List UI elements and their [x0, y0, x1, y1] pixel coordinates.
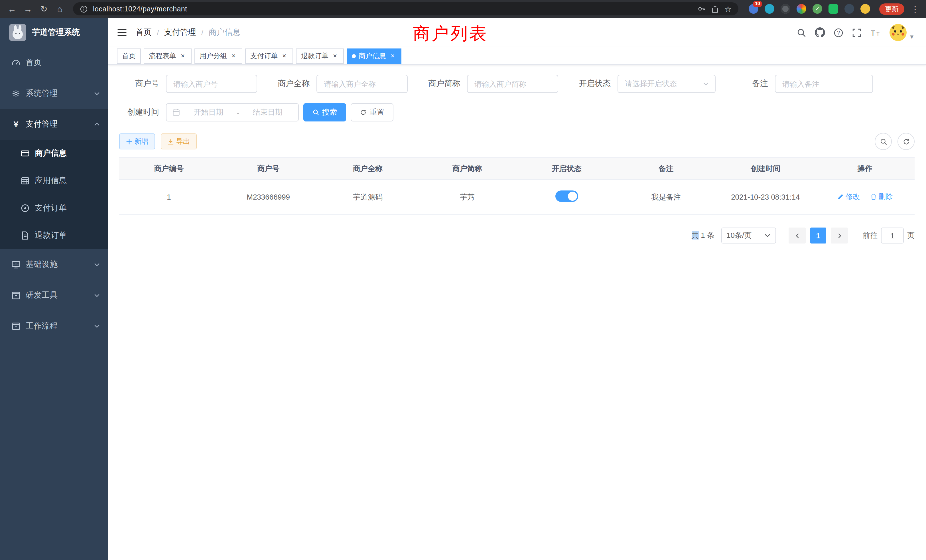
merchant-table: 商户编号 商户号 商户全称 商户简称 开启状态 备注 创建时间 操作 1	[119, 157, 915, 215]
tab-merchant-info[interactable]: 商户信息 ×	[346, 48, 401, 64]
next-page-button[interactable]	[831, 227, 848, 244]
start-date-placeholder: 开始日期	[184, 107, 233, 118]
help-icon[interactable]: ?	[834, 28, 843, 37]
close-icon[interactable]: ×	[331, 52, 339, 60]
filter-label: 商户简称	[420, 79, 467, 89]
sidebar-item-merchant-info[interactable]: 商户信息	[0, 140, 108, 167]
status-toggle[interactable]	[555, 191, 578, 202]
tab-home[interactable]: 首页	[117, 48, 141, 64]
screen: ← → ↻ ⌂ localhost:1024/pay/merchant ☆ 10	[0, 0, 926, 560]
close-icon[interactable]: ×	[280, 52, 288, 60]
sidebar-item-system[interactable]: 系统管理	[0, 78, 108, 109]
sidebar-item-payment-orders[interactable]: 支付订单	[0, 194, 108, 222]
tab-process-form[interactable]: 流程表单 ×	[144, 48, 192, 64]
tab-label: 退款订单	[301, 51, 328, 61]
edit-link[interactable]: 修改	[837, 192, 860, 202]
site-info-icon[interactable]	[80, 5, 88, 13]
extension-icon[interactable]	[781, 4, 790, 14]
address-bar[interactable]: localhost:1024/pay/merchant ☆	[73, 2, 738, 15]
extension-icon[interactable]	[829, 4, 838, 14]
credit-card-icon	[21, 149, 30, 158]
chevron-down-icon	[764, 232, 771, 239]
sidebar-item-label: 应用信息	[35, 176, 67, 186]
search-button[interactable]: 搜索	[303, 103, 346, 121]
pagination: 共 1 条 10条/页 1 前往	[119, 227, 915, 260]
user-menu[interactable]: ▼	[890, 24, 915, 41]
date-range-picker[interactable]: 开始日期 - 结束日期	[166, 103, 299, 121]
payment-submenu: 商户信息 应用信息 支付订单	[0, 140, 108, 249]
filter-label: 创建时间	[119, 107, 166, 118]
breadcrumb-separator: /	[201, 28, 204, 37]
chevron-down-icon	[94, 261, 100, 268]
refresh-table-button[interactable]	[897, 133, 915, 150]
page-number-button[interactable]: 1	[810, 227, 826, 244]
search-icon[interactable]	[797, 28, 806, 37]
sidebar-item-label: 首页	[26, 58, 42, 68]
page-size-select[interactable]: 10条/页	[721, 227, 776, 244]
extension-icon[interactable]	[797, 4, 806, 14]
browser-menu-icon[interactable]: ⋮	[909, 4, 921, 14]
short-name-input[interactable]	[467, 75, 558, 93]
sidebar-item-refund-orders[interactable]: 退款订单	[0, 222, 108, 249]
font-size-icon[interactable]: TT	[870, 28, 881, 37]
col-full-name: 商户全称	[318, 158, 418, 179]
remark-input[interactable]	[775, 75, 873, 93]
logo[interactable]: 芋道管理系统	[0, 18, 108, 47]
export-button[interactable]: 导出	[161, 133, 197, 150]
tab-user-group[interactable]: 用户分组 ×	[194, 48, 242, 64]
extension-icon[interactable]: 10	[749, 4, 758, 14]
reload-icon[interactable]: ↻	[36, 2, 51, 16]
toggle-search-button[interactable]	[875, 133, 892, 150]
filter-short-name: 商户简称	[420, 75, 558, 93]
github-icon[interactable]	[815, 27, 825, 38]
browser-update-button[interactable]: 更新	[879, 3, 904, 15]
sidebar-item-workflow[interactable]: 工作流程	[0, 311, 108, 342]
bookmark-star-icon[interactable]: ☆	[725, 4, 732, 14]
sidebar-item-infrastructure[interactable]: 基础设施	[0, 249, 108, 280]
sidebar-fold-icon[interactable]	[117, 28, 127, 37]
sidebar-item-home[interactable]: 首页	[0, 47, 108, 78]
delete-link[interactable]: 删除	[870, 192, 893, 202]
breadcrumb-payment[interactable]: 支付管理	[164, 27, 196, 38]
document-icon	[21, 231, 30, 240]
chevron-down-icon	[702, 80, 709, 87]
sidebar-item-label: 支付管理	[26, 119, 57, 129]
back-icon[interactable]: ←	[5, 2, 20, 16]
extension-icon[interactable]	[813, 4, 822, 14]
close-icon[interactable]: ×	[230, 52, 237, 60]
status-select[interactable]: 请选择开启状态	[617, 75, 716, 93]
sidebar-item-dev-tools[interactable]: 研发工具	[0, 280, 108, 311]
fullscreen-icon[interactable]	[852, 28, 862, 37]
forward-icon[interactable]: →	[21, 2, 35, 16]
extension-icon[interactable]	[765, 4, 774, 14]
prev-page-button[interactable]	[788, 227, 806, 244]
logo-avatar	[9, 24, 26, 41]
close-icon[interactable]: ×	[389, 52, 396, 60]
total-count: 共 1 条	[691, 230, 714, 241]
chevron-down-icon	[94, 323, 100, 330]
tab-refund-orders[interactable]: 退款订单 ×	[296, 48, 344, 64]
breadcrumb-current: 商户信息	[209, 27, 241, 38]
password-key-icon[interactable]	[698, 5, 706, 13]
extension-icon[interactable]	[861, 4, 870, 14]
add-button[interactable]: 新增	[119, 133, 155, 150]
page-size-value: 10条/页	[726, 230, 752, 241]
reset-button[interactable]: 重置	[351, 103, 393, 121]
extension-icon[interactable]	[844, 4, 854, 14]
col-remark: 备注	[616, 158, 716, 179]
full-name-input[interactable]	[316, 75, 408, 93]
tab-label: 首页	[122, 51, 136, 61]
home-icon[interactable]: ⌂	[53, 2, 67, 16]
share-icon[interactable]	[711, 5, 719, 13]
sidebar-item-app-info[interactable]: 应用信息	[0, 167, 108, 194]
page-content: 商户号 商户全称 商户简称 开启状态 请选择开启状态	[108, 65, 926, 560]
breadcrumb-home[interactable]: 首页	[136, 27, 152, 38]
tab-payment-orders[interactable]: 支付订单 ×	[245, 48, 293, 64]
sidebar-item-payment[interactable]: ¥ 支付管理	[0, 109, 108, 140]
merchant-no-input[interactable]	[166, 75, 257, 93]
close-icon[interactable]: ×	[179, 52, 186, 60]
goto-page-input[interactable]	[881, 227, 904, 244]
tags-view-bar: 首页 流程表单 × 用户分组 × 支付订单 × 退款订单 ×	[108, 47, 926, 65]
browser-chrome: ← → ↻ ⌂ localhost:1024/pay/merchant ☆ 10	[0, 0, 926, 18]
svg-text:?: ?	[837, 30, 840, 35]
